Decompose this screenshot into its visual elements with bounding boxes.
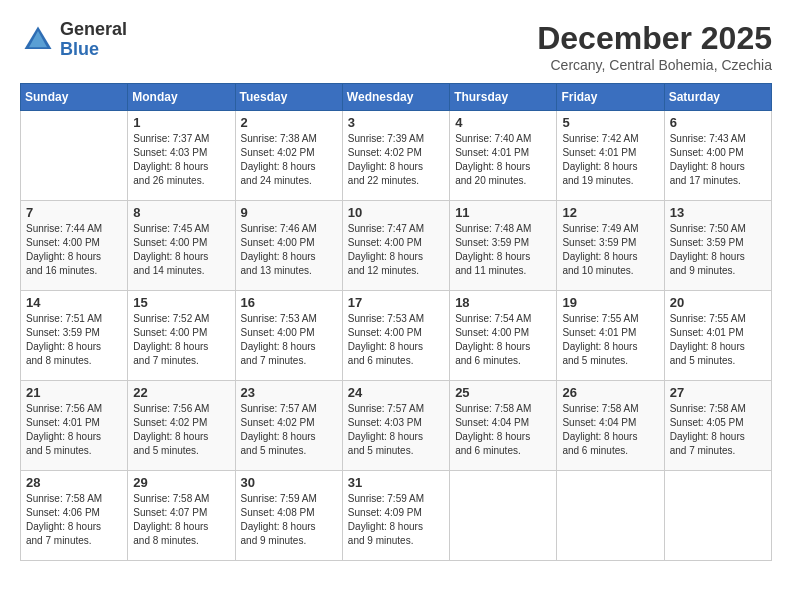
day-number: 27 (670, 385, 766, 400)
day-number: 16 (241, 295, 337, 310)
day-number: 21 (26, 385, 122, 400)
day-info: Sunrise: 7:53 AM Sunset: 4:00 PM Dayligh… (241, 312, 337, 368)
day-number: 10 (348, 205, 444, 220)
day-number: 20 (670, 295, 766, 310)
calendar-week-row: 14Sunrise: 7:51 AM Sunset: 3:59 PM Dayli… (21, 291, 772, 381)
day-info: Sunrise: 7:54 AM Sunset: 4:00 PM Dayligh… (455, 312, 551, 368)
day-info: Sunrise: 7:45 AM Sunset: 4:00 PM Dayligh… (133, 222, 229, 278)
day-number: 24 (348, 385, 444, 400)
day-number: 7 (26, 205, 122, 220)
calendar-cell: 6Sunrise: 7:43 AM Sunset: 4:00 PM Daylig… (664, 111, 771, 201)
calendar-table: SundayMondayTuesdayWednesdayThursdayFrid… (20, 83, 772, 561)
calendar-week-row: 21Sunrise: 7:56 AM Sunset: 4:01 PM Dayli… (21, 381, 772, 471)
title-section: December 2025 Cercany, Central Bohemia, … (537, 20, 772, 73)
day-number: 3 (348, 115, 444, 130)
day-info: Sunrise: 7:55 AM Sunset: 4:01 PM Dayligh… (562, 312, 658, 368)
calendar-cell: 7Sunrise: 7:44 AM Sunset: 4:00 PM Daylig… (21, 201, 128, 291)
day-info: Sunrise: 7:56 AM Sunset: 4:02 PM Dayligh… (133, 402, 229, 458)
calendar-cell: 26Sunrise: 7:58 AM Sunset: 4:04 PM Dayli… (557, 381, 664, 471)
month-year: December 2025 (537, 20, 772, 57)
day-info: Sunrise: 7:44 AM Sunset: 4:00 PM Dayligh… (26, 222, 122, 278)
day-info: Sunrise: 7:38 AM Sunset: 4:02 PM Dayligh… (241, 132, 337, 188)
logo-blue: Blue (60, 40, 127, 60)
day-number: 1 (133, 115, 229, 130)
day-info: Sunrise: 7:55 AM Sunset: 4:01 PM Dayligh… (670, 312, 766, 368)
calendar-cell: 22Sunrise: 7:56 AM Sunset: 4:02 PM Dayli… (128, 381, 235, 471)
day-number: 19 (562, 295, 658, 310)
day-number: 12 (562, 205, 658, 220)
day-info: Sunrise: 7:46 AM Sunset: 4:00 PM Dayligh… (241, 222, 337, 278)
calendar-cell: 24Sunrise: 7:57 AM Sunset: 4:03 PM Dayli… (342, 381, 449, 471)
day-number: 15 (133, 295, 229, 310)
calendar-cell: 11Sunrise: 7:48 AM Sunset: 3:59 PM Dayli… (450, 201, 557, 291)
header-section: General Blue December 2025 Cercany, Cent… (20, 20, 772, 73)
calendar-cell: 8Sunrise: 7:45 AM Sunset: 4:00 PM Daylig… (128, 201, 235, 291)
day-number: 23 (241, 385, 337, 400)
calendar-cell: 30Sunrise: 7:59 AM Sunset: 4:08 PM Dayli… (235, 471, 342, 561)
day-info: Sunrise: 7:52 AM Sunset: 4:00 PM Dayligh… (133, 312, 229, 368)
calendar-cell: 3Sunrise: 7:39 AM Sunset: 4:02 PM Daylig… (342, 111, 449, 201)
location: Cercany, Central Bohemia, Czechia (537, 57, 772, 73)
calendar-cell (21, 111, 128, 201)
calendar-cell: 14Sunrise: 7:51 AM Sunset: 3:59 PM Dayli… (21, 291, 128, 381)
day-info: Sunrise: 7:57 AM Sunset: 4:03 PM Dayligh… (348, 402, 444, 458)
day-number: 25 (455, 385, 551, 400)
calendar-day-header: Monday (128, 84, 235, 111)
day-number: 2 (241, 115, 337, 130)
calendar-day-header: Friday (557, 84, 664, 111)
calendar-day-header: Sunday (21, 84, 128, 111)
calendar-cell: 13Sunrise: 7:50 AM Sunset: 3:59 PM Dayli… (664, 201, 771, 291)
calendar-cell (557, 471, 664, 561)
day-number: 8 (133, 205, 229, 220)
day-info: Sunrise: 7:58 AM Sunset: 4:07 PM Dayligh… (133, 492, 229, 548)
calendar-cell: 25Sunrise: 7:58 AM Sunset: 4:04 PM Dayli… (450, 381, 557, 471)
day-number: 5 (562, 115, 658, 130)
calendar-cell: 12Sunrise: 7:49 AM Sunset: 3:59 PM Dayli… (557, 201, 664, 291)
calendar-cell: 27Sunrise: 7:58 AM Sunset: 4:05 PM Dayli… (664, 381, 771, 471)
calendar-day-header: Thursday (450, 84, 557, 111)
day-info: Sunrise: 7:42 AM Sunset: 4:01 PM Dayligh… (562, 132, 658, 188)
calendar-cell: 31Sunrise: 7:59 AM Sunset: 4:09 PM Dayli… (342, 471, 449, 561)
logo: General Blue (20, 20, 127, 60)
calendar-cell: 28Sunrise: 7:58 AM Sunset: 4:06 PM Dayli… (21, 471, 128, 561)
calendar-cell: 17Sunrise: 7:53 AM Sunset: 4:00 PM Dayli… (342, 291, 449, 381)
day-number: 14 (26, 295, 122, 310)
calendar-cell: 4Sunrise: 7:40 AM Sunset: 4:01 PM Daylig… (450, 111, 557, 201)
day-info: Sunrise: 7:39 AM Sunset: 4:02 PM Dayligh… (348, 132, 444, 188)
day-number: 28 (26, 475, 122, 490)
calendar-cell: 23Sunrise: 7:57 AM Sunset: 4:02 PM Dayli… (235, 381, 342, 471)
day-info: Sunrise: 7:48 AM Sunset: 3:59 PM Dayligh… (455, 222, 551, 278)
day-info: Sunrise: 7:58 AM Sunset: 4:04 PM Dayligh… (562, 402, 658, 458)
calendar-header-row: SundayMondayTuesdayWednesdayThursdayFrid… (21, 84, 772, 111)
day-info: Sunrise: 7:59 AM Sunset: 4:09 PM Dayligh… (348, 492, 444, 548)
calendar-week-row: 28Sunrise: 7:58 AM Sunset: 4:06 PM Dayli… (21, 471, 772, 561)
day-number: 17 (348, 295, 444, 310)
calendar-day-header: Tuesday (235, 84, 342, 111)
day-info: Sunrise: 7:37 AM Sunset: 4:03 PM Dayligh… (133, 132, 229, 188)
calendar-cell: 10Sunrise: 7:47 AM Sunset: 4:00 PM Dayli… (342, 201, 449, 291)
logo-icon (20, 22, 56, 58)
day-info: Sunrise: 7:57 AM Sunset: 4:02 PM Dayligh… (241, 402, 337, 458)
day-info: Sunrise: 7:47 AM Sunset: 4:00 PM Dayligh… (348, 222, 444, 278)
calendar-cell: 9Sunrise: 7:46 AM Sunset: 4:00 PM Daylig… (235, 201, 342, 291)
calendar-week-row: 7Sunrise: 7:44 AM Sunset: 4:00 PM Daylig… (21, 201, 772, 291)
logo-general: General (60, 20, 127, 40)
calendar-cell: 16Sunrise: 7:53 AM Sunset: 4:00 PM Dayli… (235, 291, 342, 381)
day-number: 29 (133, 475, 229, 490)
day-info: Sunrise: 7:40 AM Sunset: 4:01 PM Dayligh… (455, 132, 551, 188)
day-info: Sunrise: 7:56 AM Sunset: 4:01 PM Dayligh… (26, 402, 122, 458)
day-info: Sunrise: 7:58 AM Sunset: 4:04 PM Dayligh… (455, 402, 551, 458)
calendar-cell: 21Sunrise: 7:56 AM Sunset: 4:01 PM Dayli… (21, 381, 128, 471)
day-info: Sunrise: 7:49 AM Sunset: 3:59 PM Dayligh… (562, 222, 658, 278)
calendar-cell: 15Sunrise: 7:52 AM Sunset: 4:00 PM Dayli… (128, 291, 235, 381)
calendar-cell: 29Sunrise: 7:58 AM Sunset: 4:07 PM Dayli… (128, 471, 235, 561)
day-number: 9 (241, 205, 337, 220)
calendar-cell: 20Sunrise: 7:55 AM Sunset: 4:01 PM Dayli… (664, 291, 771, 381)
day-info: Sunrise: 7:58 AM Sunset: 4:05 PM Dayligh… (670, 402, 766, 458)
day-number: 30 (241, 475, 337, 490)
day-info: Sunrise: 7:59 AM Sunset: 4:08 PM Dayligh… (241, 492, 337, 548)
calendar-cell (450, 471, 557, 561)
day-info: Sunrise: 7:50 AM Sunset: 3:59 PM Dayligh… (670, 222, 766, 278)
calendar-cell (664, 471, 771, 561)
calendar-week-row: 1Sunrise: 7:37 AM Sunset: 4:03 PM Daylig… (21, 111, 772, 201)
